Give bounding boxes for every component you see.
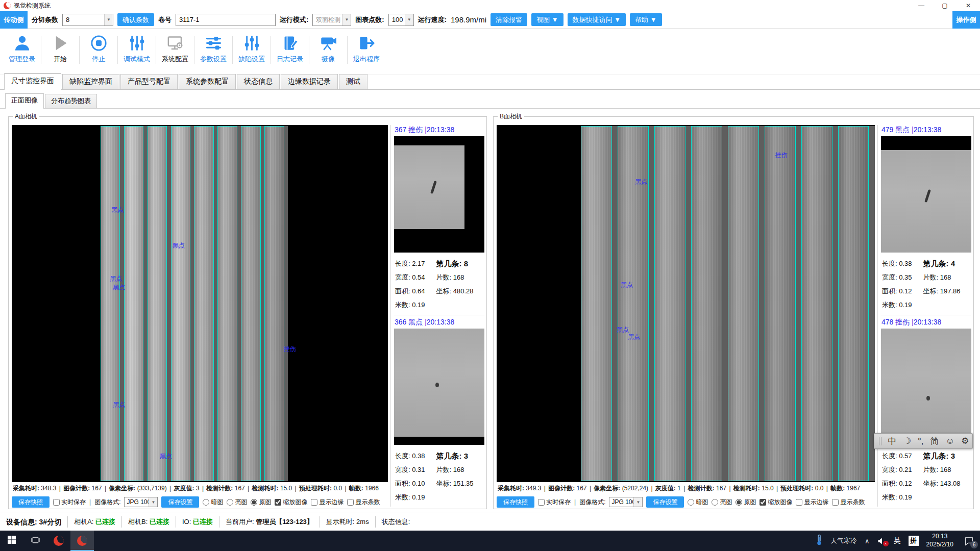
realtime-save-checkbox-input[interactable]: [538, 499, 545, 506]
image-mode-radio-bright[interactable]: 亮图: [712, 498, 732, 507]
display-option-zoom-checkbox[interactable]: 缩放图像: [275, 498, 307, 507]
ime-item-5[interactable]: ⚙: [961, 436, 969, 446]
operator-side-button[interactable]: 操作侧: [952, 11, 980, 29]
slit-count-select[interactable]: 8: [62, 14, 113, 26]
tab-size-monitor[interactable]: 尺寸监控界面: [4, 73, 61, 90]
roll-number-input[interactable]: [176, 14, 276, 26]
start-button[interactable]: [0, 531, 23, 551]
display-option-zoom-checkbox[interactable]: 缩放图像: [760, 498, 792, 507]
ime-mode-badge[interactable]: 拼: [909, 536, 919, 546]
defect-field: 长度: 0.38: [882, 257, 923, 270]
image-mode-radio-dark-input[interactable]: [688, 499, 694, 506]
image-mode-radio-bright[interactable]: 亮图: [227, 498, 247, 507]
tab-edge-data[interactable]: 边缘数据记录: [281, 74, 338, 89]
slit-strip: [838, 126, 869, 481]
log-record-button[interactable]: 日志记录: [273, 33, 307, 65]
tray-expand-icon[interactable]: ∧: [865, 537, 870, 545]
save-settings-button[interactable]: 保存设置: [161, 496, 199, 508]
image-mode-radio-orig-input[interactable]: [736, 499, 742, 506]
image-mode-radio-bright-input[interactable]: [712, 499, 718, 506]
task-view-button[interactable]: [23, 531, 47, 551]
save-settings-button[interactable]: 保存设置: [646, 496, 684, 508]
tab-product-model[interactable]: 产品型号配置: [120, 74, 178, 89]
tab-defect-monitor[interactable]: 缺陷监控界面: [62, 74, 119, 89]
defect-field: 米数: 0.19: [882, 490, 923, 504]
save-snapshot-button[interactable]: 保存快照: [12, 496, 50, 508]
drive-side-button[interactable]: 传动侧: [0, 11, 28, 29]
iconbar-divider: [271, 36, 271, 64]
defect-settings-button[interactable]: 缺陷设置: [235, 33, 268, 65]
clock[interactable]: 20:13 2025/2/10: [926, 533, 953, 548]
display-option-zoom-input[interactable]: [275, 499, 281, 506]
display-option-count-input[interactable]: [832, 499, 839, 506]
image-format-select[interactable]: JPG 100: [124, 497, 158, 507]
realtime-save-checkbox[interactable]: 实时保存: [538, 498, 571, 507]
defect-card[interactable]: 479 黑点 |20:13:38长度: 0.38宽度: 0.35面积: 0.12…: [881, 125, 971, 312]
image-mode-radio-dark[interactable]: 暗图: [688, 498, 708, 507]
image-mode-radio-bright-input[interactable]: [227, 499, 233, 506]
display-option-count-checkbox[interactable]: 显示条数: [347, 498, 380, 507]
admin-login-button[interactable]: 管理登录: [5, 33, 39, 65]
image-mode-radio-orig[interactable]: 原图: [736, 498, 756, 507]
top-toolbar: 传动侧 分切条数 8 确认条数 卷号 运行模式: 双面检测 图表点数: 100 …: [0, 11, 980, 29]
image-mode-radio-orig-input[interactable]: [251, 499, 257, 506]
ime-item-2[interactable]: °,: [918, 436, 924, 446]
capture-button[interactable]: 摄像: [311, 33, 345, 65]
play-icon: [52, 34, 69, 52]
defect-card[interactable]: 366 黑点 |20:13:38长度: 0.38宽度: 0.31面积: 0.10…: [394, 315, 484, 504]
ime-item-4[interactable]: ☺: [946, 436, 954, 446]
image-mode-radio-dark-input[interactable]: [203, 499, 209, 506]
display-option-count-input[interactable]: [347, 499, 354, 506]
clear-alarm-button[interactable]: 清除报警: [491, 13, 527, 26]
notification-icon[interactable]: 6: [964, 536, 974, 546]
system-config-button[interactable]: 系统配置: [158, 33, 192, 65]
tab-test[interactable]: 测试: [339, 74, 368, 89]
param-settings-button-label: 参数设置: [200, 55, 227, 64]
view-menu-button[interactable]: 视图 ▼: [531, 13, 563, 26]
camera-b-panel: B面相机 挫伤黑点黑点黑点黑点 采集耗时: 349.3 | 图像计数: 167 …: [493, 116, 974, 509]
display-option-edge-checkbox[interactable]: 显示边缘: [311, 498, 344, 507]
ime-item-1[interactable]: ☽: [903, 436, 911, 446]
image-format-select[interactable]: JPG 100: [609, 497, 643, 507]
display-option-edge-checkbox[interactable]: 显示边缘: [796, 498, 828, 507]
ime-item-0[interactable]: 中: [888, 435, 897, 447]
param-settings-button[interactable]: 参数设置: [197, 33, 230, 65]
close-button[interactable]: ✕: [957, 0, 980, 11]
minimize-button[interactable]: —: [910, 0, 933, 11]
maximize-button[interactable]: ▢: [933, 0, 957, 11]
ime-toolbar[interactable]: 中☽°,简☺⚙: [874, 433, 973, 449]
help-menu-button[interactable]: 帮助 ▼: [630, 13, 662, 26]
tab-system-params[interactable]: 系统参数配置: [179, 74, 236, 89]
image-mode-radio-dark[interactable]: 暗图: [203, 498, 223, 507]
exit-button[interactable]: 退出程序: [350, 33, 383, 65]
image-mode-radio-orig[interactable]: 原图: [251, 498, 271, 507]
tab-status-info[interactable]: 状态信息: [237, 74, 280, 89]
defect-card[interactable]: 367 挫伤 |20:13:38长度: 2.17宽度: 0.54面积: 0.64…: [394, 125, 484, 312]
realtime-save-checkbox[interactable]: 实时保存: [53, 498, 86, 507]
debug-mode-button[interactable]: 调试模式: [120, 33, 154, 65]
defect-overlay-label: 黑点: [110, 274, 122, 283]
realtime-save-checkbox-input[interactable]: [53, 499, 60, 506]
run-mode-select[interactable]: 双面检测: [312, 14, 351, 26]
display-option-edge-input[interactable]: [311, 499, 317, 506]
display-option-count-checkbox[interactable]: 显示条数: [832, 498, 865, 507]
subtab-trend-chart[interactable]: 分布趋势图表: [45, 94, 97, 108]
subtab-front-image[interactable]: 正面图像: [5, 93, 44, 109]
start-button[interactable]: 开始: [43, 33, 77, 65]
ime-language-indicator[interactable]: 英: [894, 536, 901, 545]
app-taskbar-icon[interactable]: [47, 531, 70, 551]
chart-points-value: 100: [389, 14, 405, 26]
quick-data-menu-button[interactable]: 数据快捷访问 ▼: [568, 13, 626, 26]
app-taskbar-icon-active[interactable]: [70, 531, 94, 551]
confirm-count-button[interactable]: 确认条数: [117, 13, 154, 26]
slit-strip: [264, 126, 284, 481]
ime-item-3[interactable]: 简: [930, 435, 939, 447]
chart-points-select[interactable]: 100: [388, 14, 414, 26]
display-option-edge-input[interactable]: [796, 499, 802, 506]
weather-text[interactable]: 天气寒冷: [830, 536, 857, 545]
display-option-zoom-input[interactable]: [760, 499, 766, 506]
stop-button[interactable]: 停止: [82, 33, 115, 65]
defect-card[interactable]: 478 挫伤 |20:13:38长度: 0.57宽度: 0.21面积: 0.12…: [881, 315, 971, 504]
volume-muted-icon[interactable]: [877, 537, 886, 545]
save-snapshot-button[interactable]: 保存快照: [497, 496, 534, 508]
